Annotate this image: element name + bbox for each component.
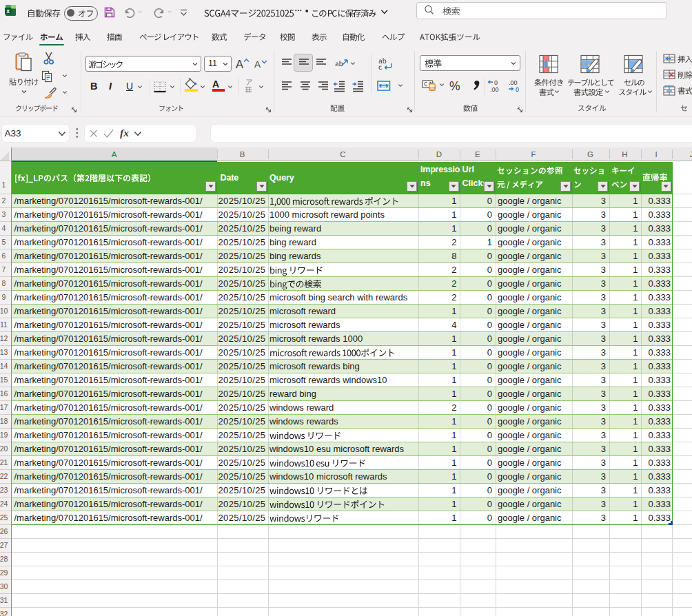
svg-text:.00: .00 xyxy=(490,86,499,93)
svg-text:x: x xyxy=(6,8,10,14)
svg-text:.00: .00 xyxy=(509,79,518,86)
svg-text:0: 0 xyxy=(516,86,519,93)
svg-text:0: 0 xyxy=(494,79,498,86)
